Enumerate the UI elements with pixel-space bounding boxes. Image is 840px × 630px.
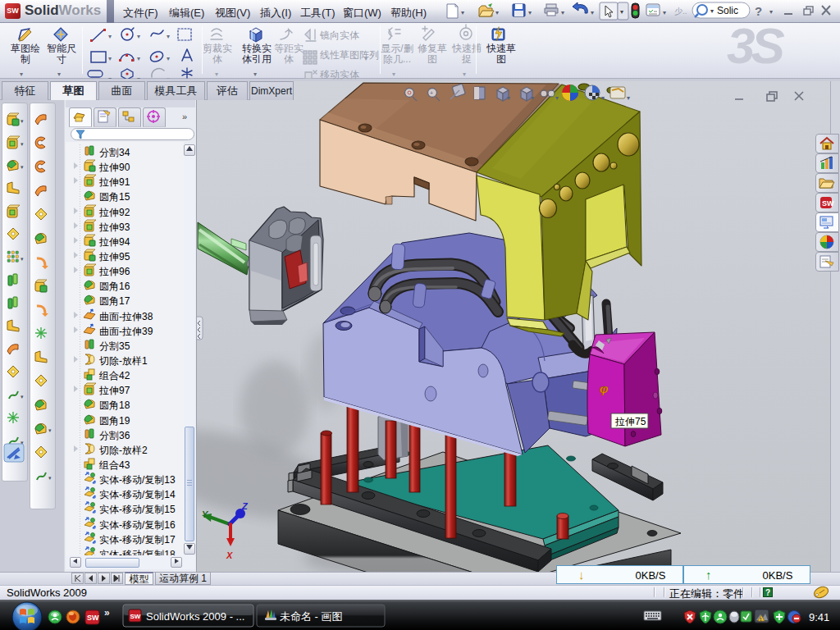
svg-text:▾: ▾ [108, 33, 112, 40]
svg-text:▾: ▾ [364, 55, 368, 62]
svg-text:▾: ▾ [627, 94, 630, 102]
svg-text:▾: ▾ [555, 94, 559, 102]
svg-text:▾: ▾ [769, 8, 773, 16]
svg-text:▾: ▾ [108, 55, 112, 62]
svg-text:▾: ▾ [507, 94, 510, 102]
svg-text:φ: φ [600, 381, 609, 395]
svg-text:!: ! [760, 617, 762, 622]
svg-text:Z: Z [241, 501, 249, 511]
svg-text:少..: 少.. [674, 7, 687, 16]
svg-text:未命名 - 画图: 未命名 - 画图 [280, 610, 343, 623]
svg-text:▾: ▾ [215, 71, 218, 78]
svg-text:▾: ▾ [620, 8, 623, 16]
svg-text:▾: ▾ [21, 394, 24, 399]
svg-text:SW: SW [130, 613, 141, 620]
svg-text:SW: SW [87, 614, 99, 622]
svg-text:▾: ▾ [463, 71, 466, 78]
svg-text:▾: ▾ [531, 94, 534, 102]
svg-text:▾: ▾ [561, 9, 564, 16]
svg-text:9:41: 9:41 [809, 611, 829, 623]
svg-text:拉伸75: 拉伸75 [614, 416, 646, 427]
svg-text:▾: ▾ [710, 7, 714, 15]
svg-text:▾: ▾ [20, 71, 23, 78]
svg-text:▾: ▾ [461, 9, 464, 16]
svg-text:»: » [104, 607, 110, 619]
svg-text:▾: ▾ [21, 164, 24, 170]
svg-text:▾: ▾ [167, 33, 170, 40]
svg-text:▾: ▾ [48, 475, 52, 481]
svg-text:▾: ▾ [663, 9, 666, 16]
svg-text:Solic: Solic [717, 5, 738, 16]
svg-text:▾: ▾ [591, 9, 594, 16]
svg-text:▾: ▾ [21, 141, 24, 147]
svg-text:SW: SW [822, 199, 834, 208]
svg-text:▾: ▾ [137, 33, 140, 40]
svg-text:▾: ▾ [167, 55, 170, 62]
svg-text:▾: ▾ [48, 427, 52, 433]
svg-text:»: » [182, 112, 187, 121]
svg-text:▾: ▾ [21, 118, 24, 124]
svg-text:▾: ▾ [253, 71, 257, 78]
svg-text:▾: ▾ [528, 9, 532, 16]
svg-text:▾: ▾ [21, 256, 24, 262]
svg-text:▾: ▾ [57, 71, 61, 78]
svg-text:X: X [226, 550, 233, 560]
svg-text:▾: ▾ [495, 9, 499, 16]
svg-text:+: + [430, 90, 433, 96]
svg-text:▾: ▾ [392, 71, 395, 78]
svg-text:SolidWorks 2009 - ...: SolidWorks 2009 - ... [146, 610, 244, 623]
svg-text:▾: ▾ [137, 55, 140, 62]
svg-text:▾: ▾ [601, 94, 605, 102]
